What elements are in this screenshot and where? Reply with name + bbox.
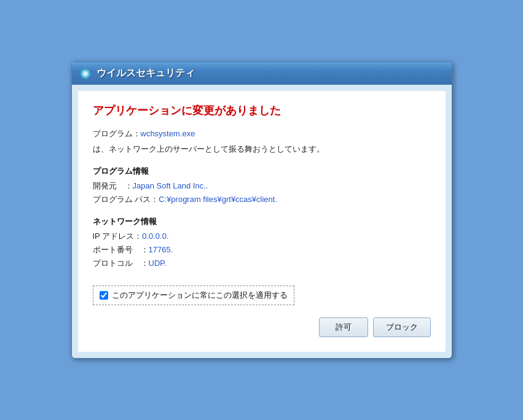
- program-prefix: プログラム：: [93, 129, 141, 138]
- port-value: 17765.: [149, 245, 173, 254]
- shield-icon: [79, 68, 92, 80]
- ip-line: IP アドレス：0.0.0.0.: [93, 230, 431, 243]
- program-info-title: プログラム情報: [93, 166, 431, 177]
- developer-line: 開発元 ：Japan Soft Land Inc..: [93, 179, 431, 193]
- port-line: ポート番号 ：17765.: [93, 243, 431, 257]
- port-prefix: ポート番号 ：: [93, 245, 149, 254]
- always-apply-checkbox[interactable]: [100, 291, 108, 300]
- protocol-value: UDP.: [149, 259, 167, 268]
- dialog-content: アプリケーションに変更がありました プログラム：wchsystem.exe は、…: [78, 91, 446, 351]
- program-path-line: プログラム パス：C:¥program files¥grt¥ccas¥clien…: [93, 193, 431, 206]
- checkbox-label: このアプリケーションに常にこの選択を適用する: [112, 290, 288, 301]
- network-info-title: ネットワーク情報: [93, 216, 431, 227]
- program-name-line: プログラム：wchsystem.exe: [93, 128, 431, 141]
- ip-prefix: IP アドレス：: [93, 231, 143, 241]
- protocol-line: プロトコル ：UDP.: [93, 257, 431, 270]
- protocol-prefix: プロトコル ：: [93, 259, 149, 268]
- svg-point-1: [83, 71, 88, 76]
- program-description: は、ネットワーク上のサーバーとして振る舞おうとしています。: [93, 143, 431, 156]
- checkbox-area: このアプリケーションに常にこの選択を適用する: [93, 286, 294, 305]
- developer-prefix: 開発元 ：: [93, 181, 133, 190]
- block-button[interactable]: ブロック: [373, 317, 431, 337]
- button-row: 許可 ブロック: [93, 317, 431, 337]
- ip-value: 0.0.0.0.: [142, 231, 168, 241]
- program-path-value: C:¥program files¥grt¥ccas¥client.: [159, 195, 277, 204]
- program-name: wchsystem.exe: [141, 129, 195, 138]
- allow-button[interactable]: 許可: [319, 317, 368, 337]
- dialog-window: ウイルスセキュリティ アプリケーションに変更がありました プログラム：wchsy…: [71, 61, 452, 358]
- alert-title: アプリケーションに変更がありました: [93, 103, 431, 118]
- title-bar-text: ウイルスセキュリティ: [96, 67, 195, 80]
- title-bar: ウイルスセキュリティ: [72, 62, 452, 85]
- developer-value: Japan Soft Land Inc..: [133, 181, 208, 190]
- program-path-prefix: プログラム パス：: [93, 195, 159, 204]
